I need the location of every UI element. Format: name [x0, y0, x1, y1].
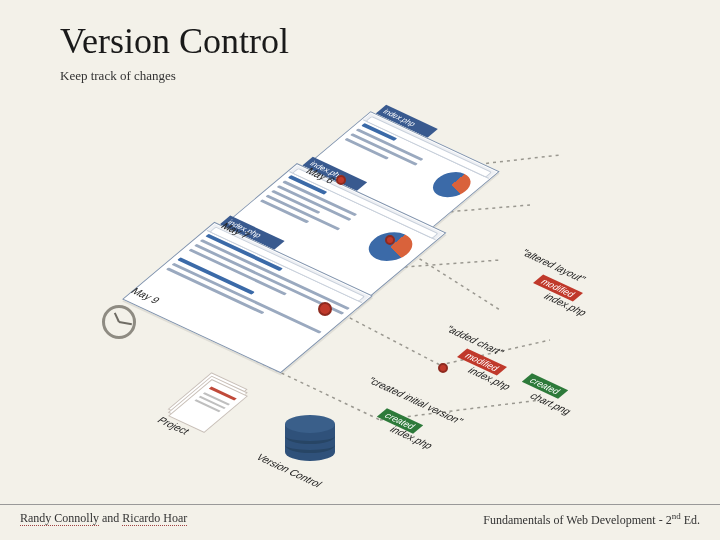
vcs-label: Version Control	[254, 452, 325, 489]
pie-chart-icon	[425, 167, 478, 201]
commit-file: index.php	[465, 365, 514, 391]
browser-window-may7: index.php	[209, 163, 447, 307]
version-control-diagram: index.php index.php index.php	[60, 110, 660, 490]
slide-footer: Randy Connolly and Ricardo Hoar Fundamen…	[0, 504, 720, 528]
badge-modified: modified	[457, 348, 507, 375]
commit-msg-initial: "created initial version"	[365, 375, 466, 426]
project-files-icon	[168, 379, 248, 433]
clock-icon	[102, 305, 136, 339]
badge-modified: modified	[533, 274, 583, 301]
commit-dot	[385, 235, 395, 245]
connector-paths	[60, 110, 660, 490]
date-may9: May 9	[129, 286, 163, 305]
badge-created: created	[377, 408, 423, 433]
commit-dot	[336, 175, 346, 185]
date-may7: May 7	[219, 221, 253, 240]
project-label: Project	[155, 415, 193, 436]
slide-header: Version Control Keep track of changes	[0, 0, 720, 92]
badge-created: created	[522, 373, 568, 398]
commit-file: index.php	[541, 291, 590, 317]
page-title: Version Control	[60, 20, 660, 62]
window-tab: index.php	[376, 105, 438, 138]
commit-dot	[438, 363, 448, 373]
browser-window-may6: index.php	[290, 111, 499, 239]
date-may6: May 6	[304, 166, 338, 185]
page-subtitle: Keep track of changes	[60, 68, 660, 84]
window-tab: index.php	[302, 157, 367, 191]
window-tab: index.php	[220, 216, 285, 250]
commit-msg-chart: "added chart"	[443, 324, 507, 357]
commit-file: index.php	[387, 424, 436, 450]
commit-file: chart.png	[527, 391, 574, 416]
pie-chart-icon	[360, 227, 422, 266]
author-1: Randy Connolly	[20, 511, 99, 526]
author-2: Ricardo Hoar	[122, 511, 187, 526]
footer-authors: Randy Connolly and Ricardo Hoar	[20, 511, 187, 528]
commit-msg-layout: "altered layout"	[518, 247, 588, 283]
browser-window-may9: index.php	[122, 222, 373, 373]
repository-db-icon	[285, 415, 335, 457]
footer-book: Fundamentals of Web Development - 2nd Ed…	[483, 511, 700, 528]
commit-dot	[318, 302, 332, 316]
